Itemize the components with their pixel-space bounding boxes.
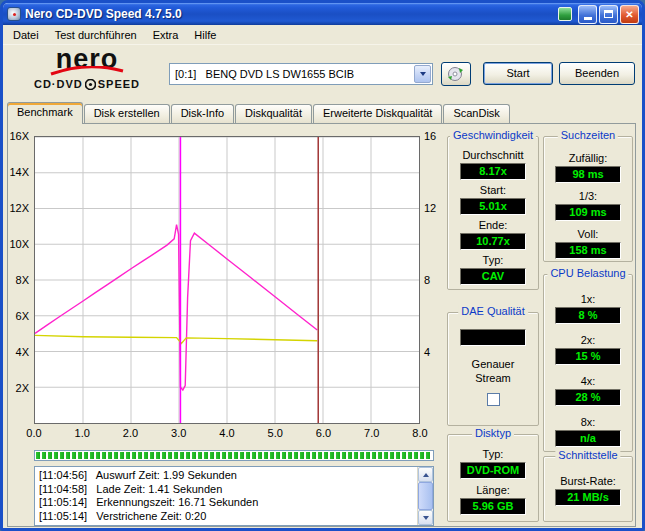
menu-extra[interactable]: Extra xyxy=(145,27,187,43)
value-display-cpu-4x: 28 % xyxy=(555,389,621,406)
tab-benchmark[interactable]: Benchmark xyxy=(7,102,83,124)
scroll-track[interactable] xyxy=(418,482,433,510)
titlebar: Nero CD-DVD Speed 4.7.5.0 ✕ xyxy=(3,3,642,25)
panel-disktyp: Disktyp Typ: DVD-ROM Länge: 5.96 GB xyxy=(447,434,539,522)
value-display-cpu-8x: n/a xyxy=(555,430,621,447)
field-label: Typ: xyxy=(448,448,538,460)
axis-tick-label: 5.0 xyxy=(262,427,288,439)
panel-geschwindigkeit: Geschwindigkeit Durchschnitt 8.17x Start… xyxy=(447,136,539,290)
value-display-drittel: 109 ms xyxy=(555,204,621,221)
panel-schnittstelle: Schnittstelle Burst-Rate: 21 MB/s xyxy=(543,456,633,522)
value-display-cpu-1x: 8 % xyxy=(555,307,621,324)
tab-disk-erstellen[interactable]: Disk erstellen xyxy=(84,104,170,123)
field-label: Voll: xyxy=(544,228,632,240)
value-display-ende: 10.77x xyxy=(460,233,526,250)
axis-tick-label: 12X xyxy=(9,202,29,214)
maximize-icon xyxy=(604,10,613,18)
disc-options-button[interactable] xyxy=(441,62,471,86)
minimize-icon xyxy=(584,17,592,20)
maximize-button[interactable] xyxy=(599,5,618,24)
quit-button[interactable]: Beenden xyxy=(559,62,635,85)
field-label: 4x: xyxy=(544,375,632,387)
panel-title: Schnittstelle xyxy=(555,449,620,461)
panel-title: DAE Qualität xyxy=(458,305,528,317)
log-scrollbar[interactable] xyxy=(417,467,433,525)
app-window: Nero CD-DVD Speed 4.7.5.0 ✕ Datei Test d… xyxy=(0,0,645,531)
value-display-typ: CAV xyxy=(460,268,526,285)
tab-page-benchmark: 16X14X12X10X8X6X4X2X 161284 0.01.02.03.0… xyxy=(7,123,636,527)
field-label: 2x: xyxy=(544,334,632,346)
tab-erweiterte-diskqualitaet[interactable]: Erweiterte Diskqualität xyxy=(313,104,442,123)
field-label: Start: xyxy=(448,184,538,196)
field-label: Ende: xyxy=(448,219,538,231)
axis-tick-label: 7.0 xyxy=(359,427,385,439)
nero-logo-product: CD·DVD SPEED xyxy=(11,78,163,90)
value-display-zufaellig: 98 ms xyxy=(555,166,621,183)
field-label: Durchschnitt xyxy=(448,149,538,161)
titlebar-badge-icon xyxy=(558,7,572,21)
axis-tick-label: 12 xyxy=(424,202,436,214)
minimize-button[interactable] xyxy=(578,5,597,24)
field-label: Zufällig: xyxy=(544,152,632,164)
axis-tick-label: 8.0 xyxy=(407,427,433,439)
value-display-burst-rate: 21 MB/s xyxy=(555,489,621,506)
nero-logo-brand: nero xyxy=(11,45,163,73)
axis-tick-label: 10X xyxy=(9,238,29,250)
tab-scandisk[interactable]: ScanDisk xyxy=(443,104,509,123)
scroll-up-button[interactable] xyxy=(418,467,433,482)
benchmark-chart xyxy=(34,136,420,424)
axis-tick-label: 16X xyxy=(9,130,29,142)
field-label: Burst-Rate: xyxy=(544,475,632,487)
panel-title: Geschwindigkeit xyxy=(450,129,536,141)
log-lines: [11:04:56] Auswurf Zeit: 1.99 Sekunden [… xyxy=(35,467,417,525)
field-label: Länge: xyxy=(448,484,538,496)
progress-fill xyxy=(36,452,432,459)
drive-select[interactable]: [0:1] BENQ DVD LS DW1655 BCIB xyxy=(169,63,433,85)
value-display-laenge: 5.96 GB xyxy=(460,498,526,515)
menu-bar: Datei Test durchführen Extra Hilfe xyxy=(3,25,642,45)
axis-tick-label: 4X xyxy=(16,346,29,358)
value-display-cpu-2x: 15 % xyxy=(555,348,621,365)
axis-tick-label: 16 xyxy=(424,130,436,142)
panel-title: CPU Belastung xyxy=(547,267,628,279)
disc-arrows-icon xyxy=(447,66,465,82)
tab-disk-info[interactable]: Disk-Info xyxy=(171,104,234,123)
logo-product-left: CD·DVD xyxy=(34,78,83,90)
test-progress-bar xyxy=(34,450,434,461)
axis-tick-label: 3.0 xyxy=(166,427,192,439)
start-button[interactable]: Start xyxy=(483,62,553,85)
panel-cpu-belastung: CPU Belastung 1x: 8 % 2x: 15 % 4x: 28 % … xyxy=(543,274,633,452)
disc-icon xyxy=(85,79,96,90)
log-line: [11:05:14] Verstrichene Zeit: 0:20 xyxy=(39,510,417,524)
y-axis-labels-left: 16X14X12X10X8X6X4X2X xyxy=(8,136,31,424)
menu-test-durchfuehren[interactable]: Test durchführen xyxy=(47,27,145,43)
panel-title: Suchzeiten xyxy=(558,129,618,141)
axis-tick-label: 2X xyxy=(16,382,29,394)
chart-canvas xyxy=(35,137,419,423)
field-label: Typ: xyxy=(448,254,538,266)
y-axis-labels-right: 161284 xyxy=(423,136,445,424)
logo-product-right: SPEED xyxy=(98,78,140,90)
value-display-start: 5.01x xyxy=(460,198,526,215)
scroll-down-button[interactable] xyxy=(418,510,433,525)
x-axis-labels: 0.01.02.03.04.05.06.07.08.0 xyxy=(34,427,420,440)
genauer-stream-checkbox[interactable] xyxy=(487,393,500,406)
panel-suchzeiten: Suchzeiten Zufällig: 98 ms 1/3: 109 ms V… xyxy=(543,136,633,262)
arrow-up-icon xyxy=(423,473,429,477)
field-label: Genauer xyxy=(448,358,538,370)
field-label: 8x: xyxy=(544,416,632,428)
value-display-dae xyxy=(460,329,526,346)
arrow-down-icon xyxy=(423,516,429,520)
axis-tick-label: 6.0 xyxy=(311,427,337,439)
axis-tick-label: 1.0 xyxy=(69,427,95,439)
log-box[interactable]: [11:04:56] Auswurf Zeit: 1.99 Sekunden [… xyxy=(34,466,434,526)
panel-title: Disktyp xyxy=(472,427,514,439)
menu-datei[interactable]: Datei xyxy=(5,27,47,43)
close-button[interactable]: ✕ xyxy=(620,5,639,24)
scroll-thumb[interactable] xyxy=(418,482,433,510)
drive-select-dropdown-button[interactable] xyxy=(414,65,431,83)
axis-tick-label: 2.0 xyxy=(118,427,144,439)
menu-hilfe[interactable]: Hilfe xyxy=(186,27,224,43)
axis-tick-label: 0.0 xyxy=(21,427,47,439)
tab-diskqualitaet[interactable]: Diskqualität xyxy=(235,104,312,123)
